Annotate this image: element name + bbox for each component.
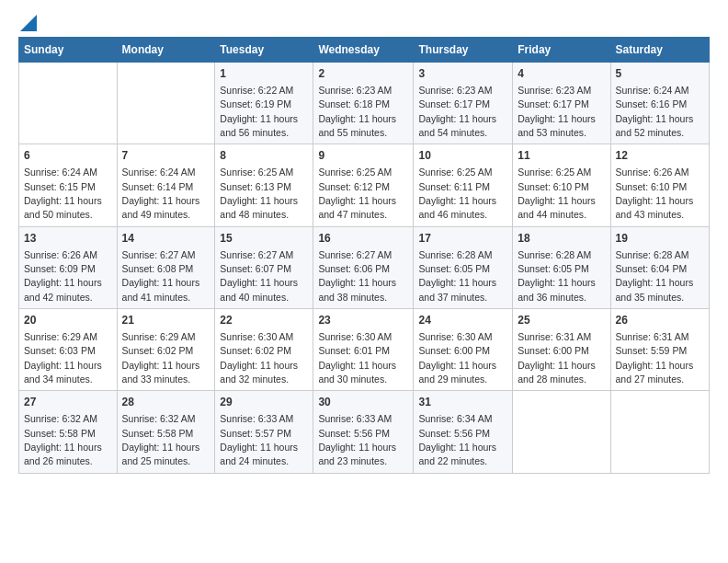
day-info: Sunrise: 6:28 AM Sunset: 6:04 PM Dayligh… bbox=[616, 249, 694, 303]
day-info: Sunrise: 6:30 AM Sunset: 6:00 PM Dayligh… bbox=[418, 331, 496, 385]
day-info: Sunrise: 6:32 AM Sunset: 5:58 PM Dayligh… bbox=[24, 413, 102, 466]
day-cell: 14Sunrise: 6:27 AM Sunset: 6:08 PM Dayli… bbox=[117, 226, 215, 308]
day-info: Sunrise: 6:23 AM Sunset: 6:18 PM Dayligh… bbox=[318, 85, 396, 138]
day-number: 8 bbox=[220, 148, 308, 164]
day-info: Sunrise: 6:32 AM Sunset: 5:58 PM Dayligh… bbox=[122, 413, 200, 466]
day-number: 13 bbox=[24, 231, 112, 247]
day-cell: 20Sunrise: 6:29 AM Sunset: 6:03 PM Dayli… bbox=[19, 309, 118, 391]
day-number: 20 bbox=[24, 313, 112, 328]
day-cell: 12Sunrise: 6:26 AM Sunset: 6:10 PM Dayli… bbox=[610, 144, 710, 226]
day-number: 17 bbox=[418, 231, 507, 247]
header bbox=[18, 15, 710, 28]
header-row: SundayMondayTuesdayWednesdayThursdayFrid… bbox=[19, 38, 710, 63]
day-info: Sunrise: 6:25 AM Sunset: 6:13 PM Dayligh… bbox=[220, 167, 298, 220]
day-number: 16 bbox=[318, 231, 408, 247]
day-info: Sunrise: 6:33 AM Sunset: 5:57 PM Dayligh… bbox=[220, 413, 298, 466]
header-cell-monday: Monday bbox=[117, 38, 215, 63]
day-number: 30 bbox=[318, 395, 408, 410]
day-number: 3 bbox=[418, 66, 507, 82]
day-cell: 10Sunrise: 6:25 AM Sunset: 6:11 PM Dayli… bbox=[414, 144, 513, 226]
day-number: 7 bbox=[122, 148, 210, 164]
header-cell-sunday: Sunday bbox=[19, 38, 118, 63]
day-number: 25 bbox=[518, 313, 605, 328]
day-info: Sunrise: 6:30 AM Sunset: 6:02 PM Dayligh… bbox=[220, 331, 298, 385]
day-number: 15 bbox=[220, 231, 308, 247]
day-number: 31 bbox=[418, 395, 507, 410]
day-cell: 11Sunrise: 6:25 AM Sunset: 6:10 PM Dayli… bbox=[513, 144, 610, 226]
svg-marker-0 bbox=[20, 15, 37, 31]
day-cell: 5Sunrise: 6:24 AM Sunset: 6:16 PM Daylig… bbox=[610, 63, 710, 144]
header-cell-tuesday: Tuesday bbox=[215, 38, 313, 63]
day-cell bbox=[117, 63, 215, 144]
day-number: 23 bbox=[318, 313, 408, 328]
day-info: Sunrise: 6:26 AM Sunset: 6:10 PM Dayligh… bbox=[616, 167, 694, 220]
logo-triangle-icon bbox=[20, 15, 37, 31]
day-info: Sunrise: 6:23 AM Sunset: 6:17 PM Dayligh… bbox=[518, 85, 596, 138]
day-info: Sunrise: 6:28 AM Sunset: 6:05 PM Dayligh… bbox=[418, 249, 496, 303]
day-cell bbox=[513, 391, 610, 473]
day-cell: 13Sunrise: 6:26 AM Sunset: 6:09 PM Dayli… bbox=[19, 226, 118, 308]
day-cell: 29Sunrise: 6:33 AM Sunset: 5:57 PM Dayli… bbox=[215, 391, 313, 473]
day-cell: 25Sunrise: 6:31 AM Sunset: 6:00 PM Dayli… bbox=[513, 309, 610, 391]
day-cell: 2Sunrise: 6:23 AM Sunset: 6:18 PM Daylig… bbox=[313, 63, 414, 144]
day-number: 4 bbox=[518, 66, 605, 82]
day-info: Sunrise: 6:25 AM Sunset: 6:12 PM Dayligh… bbox=[318, 167, 396, 220]
day-cell: 9Sunrise: 6:25 AM Sunset: 6:12 PM Daylig… bbox=[313, 144, 414, 226]
calendar-body: 1Sunrise: 6:22 AM Sunset: 6:19 PM Daylig… bbox=[19, 63, 710, 474]
day-number: 12 bbox=[616, 148, 705, 164]
header-cell-wednesday: Wednesday bbox=[313, 38, 414, 63]
day-number: 5 bbox=[616, 66, 705, 82]
day-cell: 1Sunrise: 6:22 AM Sunset: 6:19 PM Daylig… bbox=[215, 63, 313, 144]
day-number: 29 bbox=[220, 395, 308, 410]
day-cell bbox=[19, 63, 118, 144]
day-info: Sunrise: 6:33 AM Sunset: 5:56 PM Dayligh… bbox=[318, 413, 396, 466]
day-cell: 3Sunrise: 6:23 AM Sunset: 6:17 PM Daylig… bbox=[414, 63, 513, 144]
day-cell: 31Sunrise: 6:34 AM Sunset: 5:56 PM Dayli… bbox=[414, 391, 513, 473]
day-info: Sunrise: 6:27 AM Sunset: 6:06 PM Dayligh… bbox=[318, 249, 396, 303]
day-info: Sunrise: 6:25 AM Sunset: 6:10 PM Dayligh… bbox=[518, 167, 596, 220]
day-number: 19 bbox=[616, 231, 705, 247]
day-number: 22 bbox=[220, 313, 308, 328]
day-cell: 17Sunrise: 6:28 AM Sunset: 6:05 PM Dayli… bbox=[414, 226, 513, 308]
day-info: Sunrise: 6:24 AM Sunset: 6:15 PM Dayligh… bbox=[24, 167, 102, 220]
day-number: 26 bbox=[616, 313, 705, 328]
day-cell: 7Sunrise: 6:24 AM Sunset: 6:14 PM Daylig… bbox=[117, 144, 215, 226]
header-cell-saturday: Saturday bbox=[610, 38, 710, 63]
day-cell: 8Sunrise: 6:25 AM Sunset: 6:13 PM Daylig… bbox=[215, 144, 313, 226]
day-number: 6 bbox=[24, 148, 112, 164]
calendar-header: SundayMondayTuesdayWednesdayThursdayFrid… bbox=[19, 38, 710, 63]
day-cell: 19Sunrise: 6:28 AM Sunset: 6:04 PM Dayli… bbox=[610, 226, 710, 308]
day-info: Sunrise: 6:29 AM Sunset: 6:03 PM Dayligh… bbox=[24, 331, 102, 385]
day-info: Sunrise: 6:29 AM Sunset: 6:02 PM Dayligh… bbox=[122, 331, 200, 385]
day-number: 18 bbox=[518, 231, 605, 247]
day-cell: 6Sunrise: 6:24 AM Sunset: 6:15 PM Daylig… bbox=[19, 144, 118, 226]
day-cell: 26Sunrise: 6:31 AM Sunset: 5:59 PM Dayli… bbox=[610, 309, 710, 391]
day-cell bbox=[610, 391, 710, 473]
day-cell: 23Sunrise: 6:30 AM Sunset: 6:01 PM Dayli… bbox=[313, 309, 414, 391]
day-number: 21 bbox=[122, 313, 210, 328]
week-row-4: 20Sunrise: 6:29 AM Sunset: 6:03 PM Dayli… bbox=[19, 309, 710, 391]
day-info: Sunrise: 6:30 AM Sunset: 6:01 PM Dayligh… bbox=[318, 331, 396, 385]
day-cell: 4Sunrise: 6:23 AM Sunset: 6:17 PM Daylig… bbox=[513, 63, 610, 144]
day-cell: 24Sunrise: 6:30 AM Sunset: 6:00 PM Dayli… bbox=[414, 309, 513, 391]
day-cell: 30Sunrise: 6:33 AM Sunset: 5:56 PM Dayli… bbox=[313, 391, 414, 473]
day-cell: 21Sunrise: 6:29 AM Sunset: 6:02 PM Dayli… bbox=[117, 309, 215, 391]
day-info: Sunrise: 6:31 AM Sunset: 5:59 PM Dayligh… bbox=[616, 331, 694, 385]
day-cell: 27Sunrise: 6:32 AM Sunset: 5:58 PM Dayli… bbox=[19, 391, 118, 473]
week-row-3: 13Sunrise: 6:26 AM Sunset: 6:09 PM Dayli… bbox=[19, 226, 710, 308]
day-number: 1 bbox=[220, 66, 308, 82]
day-cell: 16Sunrise: 6:27 AM Sunset: 6:06 PM Dayli… bbox=[313, 226, 414, 308]
day-number: 28 bbox=[122, 395, 210, 410]
week-row-5: 27Sunrise: 6:32 AM Sunset: 5:58 PM Dayli… bbox=[19, 391, 710, 473]
page: SundayMondayTuesdayWednesdayThursdayFrid… bbox=[0, 0, 728, 563]
day-info: Sunrise: 6:27 AM Sunset: 6:08 PM Dayligh… bbox=[122, 249, 200, 303]
day-info: Sunrise: 6:27 AM Sunset: 6:07 PM Dayligh… bbox=[220, 249, 298, 303]
header-cell-friday: Friday bbox=[513, 38, 610, 63]
header-cell-thursday: Thursday bbox=[414, 38, 513, 63]
day-info: Sunrise: 6:23 AM Sunset: 6:17 PM Dayligh… bbox=[418, 85, 496, 138]
day-number: 10 bbox=[418, 148, 507, 164]
day-info: Sunrise: 6:31 AM Sunset: 6:00 PM Dayligh… bbox=[518, 331, 596, 385]
day-number: 11 bbox=[518, 148, 605, 164]
day-info: Sunrise: 6:28 AM Sunset: 6:05 PM Dayligh… bbox=[518, 249, 596, 303]
day-number: 24 bbox=[418, 313, 507, 328]
